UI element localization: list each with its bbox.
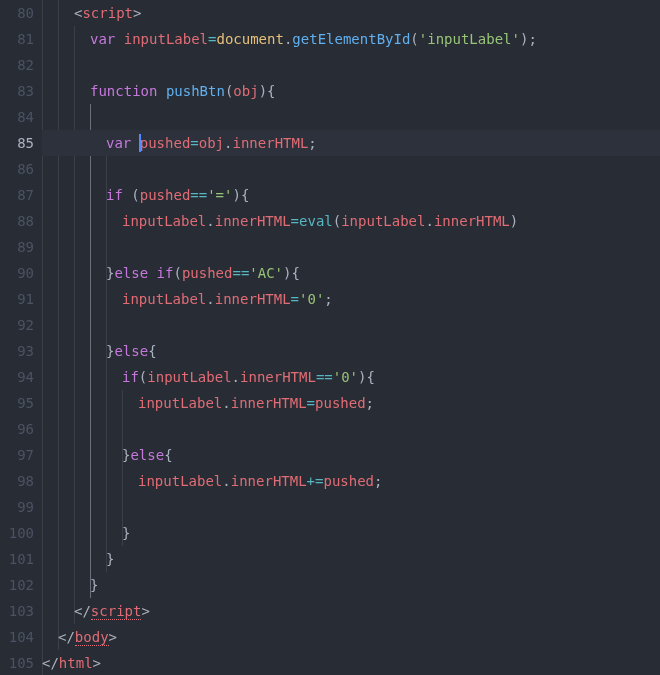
line-number: 83	[0, 78, 34, 104]
token-punc: .	[232, 369, 240, 385]
code-line[interactable]: function pushBtn(obj){	[42, 78, 660, 104]
token-angle: >	[141, 603, 149, 619]
code-line[interactable]	[42, 234, 660, 260]
code-line[interactable]	[42, 52, 660, 78]
token-op: ==	[232, 265, 249, 281]
code-line[interactable]: if (pushed=='='){	[42, 182, 660, 208]
code-area[interactable]: <script>var inputLabel=document.getEleme…	[42, 0, 660, 675]
token-prop: innerHTML	[231, 473, 307, 489]
code-line[interactable]: inputLabel.innerHTML=eval(inputLabel.inn…	[42, 208, 660, 234]
token-tag: script	[91, 603, 142, 620]
code-line[interactable]: <script>	[42, 0, 660, 26]
token-punc: .	[206, 291, 214, 307]
code-line[interactable]: inputLabel.innerHTML=pushed;	[42, 390, 660, 416]
token-punc: ){	[232, 187, 249, 203]
token-str: '0'	[333, 369, 358, 385]
token-prop: innerHTML	[215, 291, 291, 307]
line-number-gutter: 8081828384858687888990919293949596979899…	[0, 0, 42, 675]
token-str: '0'	[299, 291, 324, 307]
token-op: =	[291, 213, 299, 229]
code-line[interactable]: </script>	[42, 598, 660, 624]
token-builtin: eval	[299, 213, 333, 229]
token-var: inputLabel	[138, 395, 222, 411]
code-line[interactable]	[42, 416, 660, 442]
code-line[interactable]: }else{	[42, 338, 660, 364]
token-str: 'AC'	[249, 265, 283, 281]
code-line[interactable]	[42, 312, 660, 338]
token-punc: }	[90, 577, 98, 593]
code-line[interactable]	[42, 104, 660, 130]
line-number: 81	[0, 26, 34, 52]
token-kw: if	[106, 187, 123, 203]
code-line[interactable]: }else if(pushed=='AC'){	[42, 260, 660, 286]
line-number: 92	[0, 312, 34, 338]
token-op: =	[190, 135, 198, 151]
token-op: ==	[190, 187, 207, 203]
token-punc: ;	[308, 135, 316, 151]
code-editor[interactable]: 8081828384858687888990919293949596979899…	[0, 0, 660, 675]
line-number: 97	[0, 442, 34, 468]
line-number: 94	[0, 364, 34, 390]
line-number: 103	[0, 598, 34, 624]
code-line[interactable]	[42, 156, 660, 182]
code-line[interactable]: </html>	[42, 650, 660, 675]
token-var: pushed	[140, 135, 191, 151]
token-kw: function	[90, 83, 157, 99]
line-number: 86	[0, 156, 34, 182]
line-number: 100	[0, 520, 34, 546]
token-angle: >	[133, 5, 141, 21]
code-line[interactable]: }	[42, 572, 660, 598]
token-str: 'inputLabel'	[419, 31, 520, 47]
token-prop: innerHTML	[215, 213, 291, 229]
token-prop: innerHTML	[240, 369, 316, 385]
code-line[interactable]: }else{	[42, 442, 660, 468]
token-angle: </	[58, 629, 75, 645]
code-line[interactable]: if(inputLabel.innerHTML=='0'){	[42, 364, 660, 390]
token-kw: if	[157, 265, 174, 281]
token-var: pushed	[315, 395, 366, 411]
code-line[interactable]: var pushed=obj.innerHTML;	[42, 130, 660, 156]
code-line[interactable]: var inputLabel=document.getElementById('…	[42, 26, 660, 52]
code-line[interactable]: inputLabel.innerHTML+=pushed;	[42, 468, 660, 494]
token-str: '='	[207, 187, 232, 203]
token-punc: {	[148, 343, 156, 359]
token-punc: .	[222, 473, 230, 489]
token-punc: .	[222, 395, 230, 411]
token-plain	[148, 265, 156, 281]
code-line[interactable]: </body>	[42, 624, 660, 650]
line-number: 88	[0, 208, 34, 234]
token-var: inputLabel	[138, 473, 222, 489]
line-number: 87	[0, 182, 34, 208]
token-punc: .	[425, 213, 433, 229]
token-tag: html	[59, 655, 93, 671]
token-punc: ){	[358, 369, 375, 385]
token-func: pushBtn	[166, 83, 225, 99]
token-punc: ){	[259, 83, 276, 99]
token-kw: if	[122, 369, 139, 385]
token-angle: >	[93, 655, 101, 671]
line-number: 102	[0, 572, 34, 598]
line-number: 99	[0, 494, 34, 520]
token-punc: .	[206, 213, 214, 229]
token-punc: {	[164, 447, 172, 463]
token-prop: innerHTML	[434, 213, 510, 229]
line-number: 90	[0, 260, 34, 286]
token-punc: ;	[374, 473, 382, 489]
token-op: =	[291, 291, 299, 307]
token-punc: (	[131, 187, 139, 203]
token-op: =	[307, 395, 315, 411]
line-number: 85	[0, 130, 34, 156]
line-number: 82	[0, 52, 34, 78]
token-punc: (	[410, 31, 418, 47]
code-line[interactable]	[42, 494, 660, 520]
line-number: 101	[0, 546, 34, 572]
token-var: inputLabel	[122, 291, 206, 307]
token-punc: ){	[283, 265, 300, 281]
code-line[interactable]: }	[42, 546, 660, 572]
code-line[interactable]: }	[42, 520, 660, 546]
token-var: pushed	[323, 473, 374, 489]
token-plain	[115, 31, 123, 47]
code-line[interactable]: inputLabel.innerHTML='0';	[42, 286, 660, 312]
token-punc: (	[173, 265, 181, 281]
line-number: 96	[0, 416, 34, 442]
